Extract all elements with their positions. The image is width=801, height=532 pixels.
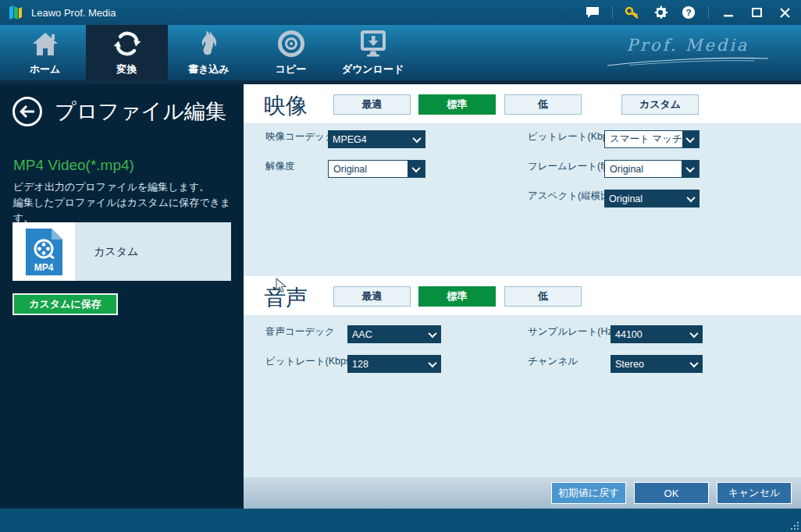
resolution-value: Original xyxy=(329,161,408,177)
video-codec-value: MPEG4 xyxy=(328,130,408,148)
convert-refresh-icon xyxy=(113,30,141,58)
register-key-icon[interactable] xyxy=(624,4,641,21)
audio-codec-value: AAC xyxy=(347,325,424,343)
audio-section-title: 音声 xyxy=(264,283,308,313)
audio-bitrate-label: ビットレート(Kbps) xyxy=(265,355,354,368)
sidebar: プロファイル編集 MP4 Video(*.mp4) ビデオ出力のプロファイルを編… xyxy=(0,84,244,509)
profile-name: MP4 Video(*.mp4) xyxy=(13,157,134,174)
samplerate-label: サンプルレート(Hz) xyxy=(528,325,616,339)
framerate-value: Original xyxy=(605,161,682,177)
audio-section-header: 音声 最適 標準 低 xyxy=(244,276,801,315)
framerate-dropdown[interactable]: Original xyxy=(604,160,700,178)
samplerate-dropdown[interactable]: 44100 xyxy=(611,325,703,343)
tab-label: ホーム xyxy=(30,62,61,76)
chevron-down-icon xyxy=(682,161,699,177)
resolution-dropdown[interactable]: Original xyxy=(328,160,425,178)
close-icon[interactable] xyxy=(776,4,793,21)
brand-swoosh xyxy=(606,55,770,67)
settings-gear-icon[interactable] xyxy=(652,4,669,21)
resolution-label: 解像度 xyxy=(265,160,295,173)
video-preset-low-button[interactable]: 低 xyxy=(504,94,582,115)
audio-settings-form: 音声コーデック AAC サンプルレート(Hz) 44100 ビットレート(Kbp… xyxy=(244,315,801,477)
ok-button[interactable]: OK xyxy=(634,482,709,504)
samplerate-value: 44100 xyxy=(611,325,685,343)
video-codec-label: 映像コーデック xyxy=(265,130,335,144)
video-section-header: 映像 最適 標準 低 カスタム xyxy=(244,84,801,123)
video-bitrate-value: スマート マッチ xyxy=(605,131,682,147)
chevron-down-icon xyxy=(685,355,703,373)
dialog-action-bar: 初期値に戻す OK キャンセル xyxy=(244,477,801,509)
minimize-icon[interactable] xyxy=(720,4,737,21)
aspect-ratio-label: アスペクト(縦横比) xyxy=(528,190,614,203)
tab-home[interactable]: ホーム xyxy=(4,25,86,80)
audio-preset-low-button[interactable]: 低 xyxy=(504,286,582,307)
home-icon xyxy=(31,30,59,58)
audio-bitrate-dropdown[interactable]: 128 xyxy=(347,355,441,373)
audio-preset-best-button[interactable]: 最適 xyxy=(333,286,411,307)
window-title: Leawo Prof. Media xyxy=(31,7,116,19)
cancel-button[interactable]: キャンセル xyxy=(717,482,792,504)
chevron-down-icon xyxy=(408,161,425,177)
video-codec-dropdown[interactable]: MPEG4 xyxy=(328,130,425,148)
statusbar xyxy=(0,509,801,532)
audio-codec-dropdown[interactable]: AAC xyxy=(347,325,441,343)
reset-defaults-button[interactable]: 初期値に戻す xyxy=(551,482,626,504)
tab-download[interactable]: ダウンロード xyxy=(332,25,414,80)
video-preset-custom-button[interactable]: カスタム xyxy=(621,94,699,115)
chevron-down-icon xyxy=(408,130,425,148)
framerate-label: フレームレート(fps) xyxy=(528,160,617,173)
titlebar-controls: ? xyxy=(584,4,793,21)
download-icon xyxy=(359,30,387,58)
tab-label: ダウンロード xyxy=(342,62,404,76)
chevron-down-icon xyxy=(685,325,703,343)
aspect-ratio-dropdown[interactable]: Original xyxy=(604,190,700,207)
profile-description-line1: ビデオ出力のプロファイルを編集します。 xyxy=(13,179,209,195)
copy-disc-icon xyxy=(277,30,305,58)
brand-signature: Prof. Media xyxy=(606,36,770,70)
leawo-logo-icon xyxy=(8,5,25,20)
tab-label: 変換 xyxy=(117,62,137,76)
audio-preset-standard-button[interactable]: 標準 xyxy=(418,286,496,307)
channel-dropdown[interactable]: Stereo xyxy=(611,355,703,373)
app-window: Leawo Prof. Media ? xyxy=(0,0,801,532)
save-to-custom-button[interactable]: カスタムに保存 xyxy=(12,293,118,315)
chevron-down-icon xyxy=(682,131,699,147)
aspect-ratio-value: Original xyxy=(604,190,682,207)
video-section-title: 映像 xyxy=(264,91,308,121)
brand-text: Prof. Media xyxy=(606,36,770,55)
chevron-down-icon xyxy=(682,190,700,207)
help-icon[interactable]: ? xyxy=(680,4,697,21)
svg-text:MP4: MP4 xyxy=(34,262,54,273)
video-settings-form: 映像コーデック MPEG4 ビットレート(Kbps) スマート マッチ 解像度 … xyxy=(244,123,801,276)
audio-codec-label: 音声コーデック xyxy=(265,325,335,339)
main-nav: ホーム 変換 書き込み xyxy=(0,25,801,84)
audio-bitrate-value: 128 xyxy=(347,355,424,373)
video-preset-best-button[interactable]: 最適 xyxy=(333,94,411,115)
tab-copy[interactable]: コピー xyxy=(250,25,332,80)
back-arrow-icon xyxy=(20,105,35,118)
tab-convert[interactable]: 変換 xyxy=(86,25,168,80)
profile-edit-panel: 映像 最適 標準 低 カスタム 映像コーデック MPEG4 ビットレート(Kbp… xyxy=(244,84,801,509)
profile-description-line2: 編集したプロファイルはカスタムに保存できます。 xyxy=(13,195,244,226)
video-preset-standard-button[interactable]: 標準 xyxy=(418,94,496,115)
resize-grip[interactable] xyxy=(791,522,799,530)
channel-value: Stereo xyxy=(611,355,685,373)
titlebar: Leawo Prof. Media ? xyxy=(0,0,801,25)
custom-profile-item[interactable]: MP4 カスタム xyxy=(12,222,231,281)
page-title: プロファイル編集 xyxy=(55,98,226,126)
feedback-icon[interactable] xyxy=(584,4,601,21)
svg-text:?: ? xyxy=(685,7,691,17)
tab-burn[interactable]: 書き込み xyxy=(168,25,250,80)
chevron-down-icon xyxy=(424,355,441,373)
titlebar-separator xyxy=(708,6,709,19)
burn-flame-icon xyxy=(196,30,222,58)
video-bitrate-dropdown[interactable]: スマート マッチ xyxy=(604,130,700,148)
maximize-icon[interactable] xyxy=(748,4,765,21)
chevron-down-icon xyxy=(424,325,441,343)
content-area: プロファイル編集 MP4 Video(*.mp4) ビデオ出力のプロファイルを編… xyxy=(0,84,801,509)
back-button[interactable] xyxy=(12,97,42,126)
mp4-file-icon: MP4 xyxy=(12,222,75,281)
sidebar-header: プロファイル編集 xyxy=(12,97,226,126)
video-bitrate-label: ビットレート(Kbps) xyxy=(528,130,616,144)
titlebar-separator xyxy=(612,6,613,19)
